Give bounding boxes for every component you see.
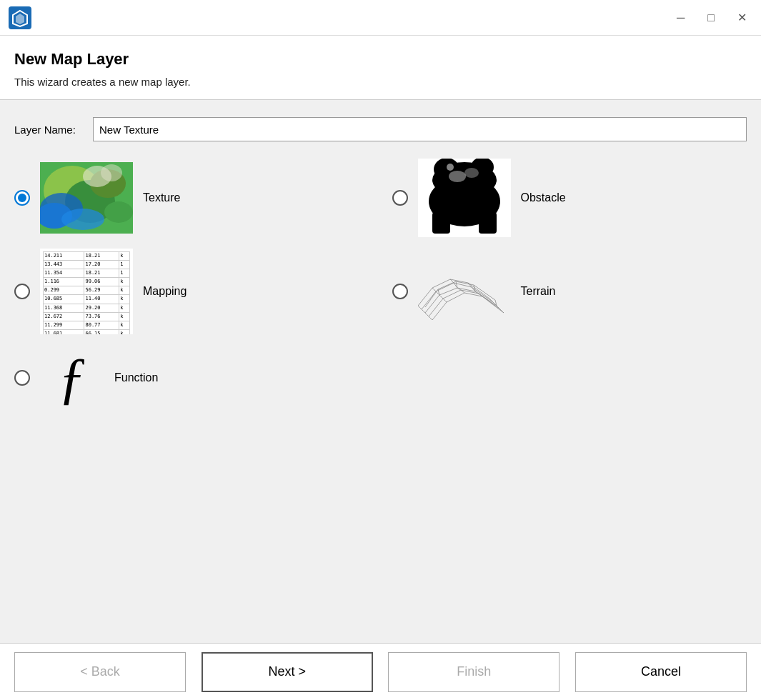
layer-name-input[interactable] — [93, 117, 747, 141]
function-label: Function — [114, 371, 158, 384]
svg-point-12 — [104, 201, 133, 223]
title-bar-controls: ─ □ ✕ — [671, 8, 752, 27]
title-bar: ─ □ ✕ — [0, 0, 761, 36]
svg-rect-18 — [432, 212, 450, 234]
svg-point-20 — [449, 171, 466, 182]
svg-point-22 — [447, 164, 454, 171]
svg-rect-23 — [418, 256, 511, 327]
svg-point-21 — [464, 168, 479, 178]
texture-svg — [40, 162, 133, 234]
svg-point-10 — [101, 164, 122, 181]
texture-image — [40, 162, 133, 234]
svg-rect-19 — [479, 212, 497, 234]
obstacle-label: Obstacle — [521, 191, 566, 204]
obstacle-radio[interactable] — [392, 190, 408, 206]
layer-name-label: Layer Name: — [14, 124, 93, 136]
layer-name-row: Layer Name: — [14, 117, 747, 141]
terrain-radio[interactable] — [392, 284, 408, 299]
next-button[interactable]: Next > — [202, 652, 373, 692]
main-content: New Map Layer This wizard creates a new … — [0, 36, 761, 700]
terrain-label: Terrain — [521, 285, 556, 298]
page-title: New Map Layer — [14, 50, 747, 69]
footer: < Back Next > Finish Cancel — [0, 643, 761, 700]
content-section: Layer Name: — [0, 100, 761, 643]
obstacle-option[interactable]: Obstacle — [392, 159, 747, 237]
texture-option[interactable]: Texture — [14, 159, 369, 237]
title-bar-left — [9, 6, 31, 29]
texture-label: Texture — [143, 191, 180, 204]
app-icon — [9, 6, 31, 29]
svg-point-11 — [61, 209, 104, 230]
back-button[interactable]: < Back — [14, 652, 186, 692]
obstacle-svg — [418, 159, 511, 237]
texture-radio[interactable] — [14, 190, 30, 206]
maximize-button[interactable]: □ — [702, 9, 720, 27]
mapping-label: Mapping — [143, 285, 186, 298]
cancel-button[interactable]: Cancel — [575, 652, 747, 692]
function-image: ƒ — [40, 346, 104, 410]
minimize-button[interactable]: ─ — [671, 9, 690, 27]
close-button[interactable]: ✕ — [732, 8, 752, 27]
finish-button[interactable]: Finish — [388, 652, 559, 692]
page-subtitle: This wizard creates a new map layer. — [14, 76, 747, 88]
obstacle-image — [418, 159, 511, 237]
mapping-radio[interactable] — [14, 284, 30, 299]
function-option[interactable]: ƒ Function — [14, 346, 369, 410]
mapping-image: 14.21118.21k 13.44317.201 11.35418.211 1… — [40, 249, 133, 334]
terrain-svg — [418, 256, 511, 327]
function-radio[interactable] — [14, 370, 30, 386]
layer-type-grid: Texture — [14, 159, 747, 410]
terrain-image — [418, 256, 511, 327]
mapping-option[interactable]: 14.21118.21k 13.44317.201 11.35418.211 1… — [14, 249, 369, 334]
terrain-option[interactable]: Terrain — [392, 249, 747, 334]
header-section: New Map Layer This wizard creates a new … — [0, 36, 761, 100]
